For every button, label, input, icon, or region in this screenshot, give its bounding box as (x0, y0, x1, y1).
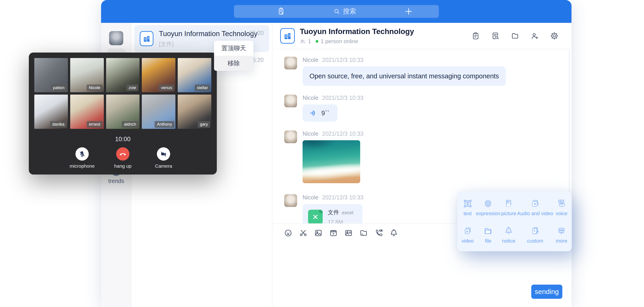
notification-bell-icon[interactable] (390, 229, 398, 237)
sender-avatar[interactable] (284, 95, 297, 107)
message-time: 2021/12/3 10:33 (322, 194, 364, 201)
participant-name: Anthony (154, 121, 174, 128)
group-avatar (280, 28, 295, 44)
feature-notice[interactable]: notice (500, 225, 517, 248)
send-button[interactable]: sending (531, 285, 562, 299)
chat-record-search-icon[interactable] (491, 31, 500, 40)
audio-video-icon (517, 197, 553, 209)
microphone-mute-button[interactable] (76, 147, 89, 161)
feature-label: expression (476, 211, 500, 217)
chat-header-info: Tuoyun Information Technology 1 1 person… (300, 27, 414, 44)
search-bar[interactable]: 搜索 (234, 5, 439, 18)
participant-tile[interactable]: Nicole (70, 58, 104, 92)
expression-icon (476, 197, 500, 209)
call-record-icon[interactable] (471, 31, 480, 40)
feature-label: custom (517, 238, 553, 244)
file-ext: .excel (341, 210, 353, 215)
more-icon (553, 225, 570, 236)
microphone-control: microphone (68, 147, 96, 169)
feature-label: file (476, 238, 500, 244)
online-dot (316, 40, 318, 43)
camera-toggle-button[interactable] (157, 147, 170, 161)
file-bubble[interactable]: ✕ 文件 .excel 12.8M (302, 204, 362, 223)
feature-file[interactable]: file (476, 225, 500, 248)
emoji-icon[interactable] (284, 229, 292, 237)
sender-name: Nicole (302, 57, 318, 63)
contact-card-icon[interactable] (344, 229, 353, 237)
participant-name: gary (198, 121, 210, 128)
picture-icon (500, 197, 517, 209)
chat-meta: 1 1 person online (300, 38, 414, 44)
feature-label: more (553, 238, 570, 244)
feature-text[interactable]: text (459, 197, 476, 221)
feature-voice[interactable]: voice (553, 197, 570, 221)
participant-name: danika (50, 121, 67, 128)
text-message-icon (459, 197, 476, 209)
excel-file-icon: ✕ (308, 210, 323, 224)
call-timer: 10:00 (34, 136, 211, 143)
feature-label: picture (500, 211, 517, 217)
text-bubble[interactable]: Open source, free, and universal instant… (302, 66, 506, 86)
custom-message-icon (517, 225, 553, 236)
chat-header: Tuoyun Information Technology 1 1 person… (272, 23, 572, 49)
message-voice: Nicole 2021/12/3 10:33 9 (284, 95, 560, 122)
user-avatar[interactable] (109, 31, 123, 45)
participant-tile[interactable]: patton (34, 58, 68, 92)
screenshot-scissors-icon[interactable] (299, 229, 308, 237)
group-files-icon[interactable] (511, 31, 519, 40)
feature-label: notice (500, 238, 517, 244)
participant-name: stellar (194, 84, 210, 91)
participant-tile[interactable]: venus (142, 58, 176, 92)
group-avatar (140, 31, 154, 46)
hang-up-button[interactable] (116, 147, 130, 161)
send-file-icon[interactable] (359, 229, 368, 237)
message-head: Nicole 2021/12/3 10:33 (302, 95, 364, 101)
video-message-icon (459, 225, 476, 236)
camera-label: Camera (150, 163, 177, 169)
menu-item-pin-chat[interactable]: 置顶聊天 (214, 41, 254, 56)
settings-gear-icon[interactable] (550, 31, 559, 40)
feature-more[interactable]: more (553, 225, 570, 248)
call-log-icon[interactable] (276, 7, 286, 16)
message-type-popup: text expression picture (458, 191, 572, 251)
sender-avatar[interactable] (284, 130, 297, 143)
member-count: 1 (308, 38, 311, 44)
feature-picture[interactable]: picture (500, 197, 517, 221)
search-field[interactable]: 搜索 (286, 7, 404, 16)
participant-tile[interactable]: stellar (178, 58, 211, 92)
video-call-icon[interactable] (374, 229, 383, 237)
image-bubble-beach-photo[interactable] (302, 140, 360, 183)
message-head: Nicole 2021/12/3 10:33 (302, 194, 364, 201)
sender-name: Nicole (302, 194, 318, 201)
participant-tile[interactable]: zoie (106, 58, 140, 92)
add-member-icon[interactable] (530, 31, 539, 40)
chat-panel: Tuoyun Information Technology 1 1 person… (272, 23, 572, 307)
participant-grid: patton Nicole zoie venus stellar danika … (34, 58, 211, 129)
feature-expression[interactable]: expression (476, 197, 500, 221)
participant-tile[interactable]: ernest (70, 95, 104, 129)
send-video-icon[interactable] (329, 229, 338, 237)
participant-tile[interactable]: gary (178, 95, 211, 129)
participant-tile[interactable]: danika (34, 95, 68, 129)
message-text: Nicole 2021/12/3 10:33 Open source, free… (284, 57, 560, 86)
voice-bubble[interactable]: 9`` (302, 104, 338, 122)
feature-custom[interactable]: custom (517, 225, 553, 248)
message-head: Nicole 2021/12/3 10:33 (302, 130, 364, 137)
add-button[interactable] (404, 7, 413, 16)
sender-avatar[interactable] (284, 57, 297, 69)
participant-name: ernest (87, 121, 103, 128)
chat-title: Tuoyun Information Technology (300, 27, 414, 36)
compose-area[interactable]: sending (272, 242, 572, 307)
participant-tile[interactable]: Anthony (142, 95, 176, 129)
feature-audio-video[interactable]: Audio and video (517, 197, 553, 221)
message-time: 2021/12/3 10:33 (322, 95, 364, 101)
message-time: 2021/12/3 10:33 (322, 130, 364, 137)
send-image-icon[interactable] (314, 229, 323, 237)
sender-avatar[interactable] (284, 194, 297, 207)
members-icon (300, 38, 306, 44)
participant-name: venus (159, 84, 174, 91)
feature-video[interactable]: video (459, 225, 476, 248)
conversation-title: Tuoyun Information Technology (159, 30, 249, 38)
menu-item-remove[interactable]: 移除 (214, 56, 254, 71)
participant-tile[interactable]: aldrich (106, 95, 140, 129)
